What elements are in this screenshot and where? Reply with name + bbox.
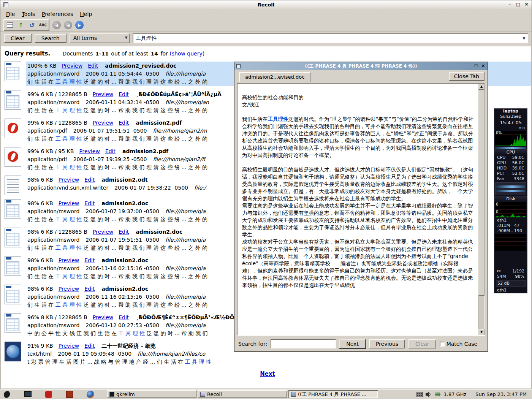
result-edit-link[interactable]: Edit bbox=[84, 200, 95, 206]
rebuild-icon[interactable]: ↺ bbox=[27, 21, 37, 30]
preview-window-title: ((工 PHRASE 4 具 PHRASE 4 理 PHRASE 4 性)) bbox=[234, 63, 488, 70]
gk-temp-value: 39.0C bbox=[512, 166, 524, 171]
show-query-link[interactable]: (show query) bbox=[169, 51, 204, 57]
scrollbar-thumb[interactable] bbox=[478, 90, 484, 296]
result-edit-link[interactable]: Edit bbox=[84, 257, 95, 263]
results-title: Query results. bbox=[5, 50, 50, 57]
taskbar-window-button[interactable]: Recoll bbox=[198, 390, 287, 398]
find-previous-button[interactable]: Previous bbox=[369, 339, 405, 348]
result-relevance-size: 98% 6 KB bbox=[27, 200, 53, 206]
result-preview-link[interactable]: Preview bbox=[93, 120, 114, 126]
title-bar[interactable]: Recoll – □ × bbox=[0, 0, 532, 9]
result-preview-link[interactable]: Preview bbox=[59, 286, 79, 292]
gk-net-label: eth1 bbox=[497, 218, 507, 223]
result-preview-link[interactable]: Preview bbox=[79, 148, 100, 154]
find-next-button[interactable]: Next bbox=[339, 339, 366, 348]
result-relevance-size: 99% 6 KB / 1228865 B bbox=[27, 120, 87, 126]
close-tab-button[interactable]: Close Tab bbox=[449, 72, 484, 81]
preview-paragraph: 需要注意的是这些毕业后在社会上能成功发展的学生并不一定是在大学里学习成绩最好的学… bbox=[242, 202, 473, 238]
result-preview-link[interactable]: Preview bbox=[59, 177, 79, 183]
preview-search-input[interactable] bbox=[271, 339, 336, 348]
result-edit-link[interactable]: Edit bbox=[88, 63, 98, 69]
media-player-icon[interactable] bbox=[44, 390, 53, 399]
snippet-text: 泛 滥 的 时 ... 帮 助 我 们 理 清 这 些 纷 ... 之 外 的 bbox=[82, 164, 207, 170]
nav-back-icon[interactable]: ◀ bbox=[64, 21, 72, 29]
result-url: file:///home/qian bbox=[165, 99, 209, 105]
gk-mem-value: 54M bbox=[497, 274, 506, 279]
menu-item-help[interactable]: Help bbox=[76, 10, 95, 18]
firefox-icon[interactable] bbox=[86, 390, 95, 399]
nav-forward-icon[interactable]: ▶ bbox=[75, 21, 84, 29]
battery-icon[interactable] bbox=[435, 392, 441, 397]
preview-maximize-icon[interactable]: □ bbox=[473, 63, 479, 69]
preview-title-bar[interactable]: ((工 PHRASE 4 具 PHRASE 4 理 PHRASE 4 性)) –… bbox=[234, 62, 488, 70]
result-preview-link[interactable]: Preview bbox=[93, 91, 114, 97]
scrollbar-track[interactable] bbox=[478, 90, 484, 329]
close-icon[interactable]: × bbox=[523, 2, 530, 8]
snippet-highlight: 工 具 理 性 bbox=[55, 245, 82, 251]
volume-icon[interactable] bbox=[426, 392, 432, 397]
result-preview-link[interactable]: Preview bbox=[62, 63, 83, 69]
preview-paragraph bbox=[242, 159, 473, 166]
term-explorer-icon[interactable]: ÂBÇ bbox=[38, 21, 48, 30]
taskbar-window-button[interactable]: ((工 PHRASE 4 具 PHRASE ... bbox=[288, 390, 378, 398]
result-edit-link[interactable]: Edit bbox=[84, 286, 95, 292]
result-date: 2006-01-11 05:54:44 -0500 bbox=[86, 71, 159, 77]
match-case-option[interactable]: Match Case bbox=[440, 341, 477, 347]
window-icon bbox=[109, 392, 114, 397]
find-clear-button[interactable]: Clear bbox=[408, 339, 436, 348]
scroll-up-icon[interactable]: ▲ bbox=[478, 84, 484, 90]
result-edit-link[interactable]: Edit bbox=[84, 343, 95, 349]
gk-mail-count: 1/192 bbox=[512, 269, 524, 274]
gk-sensor-panel bbox=[495, 182, 526, 195]
package-icon[interactable] bbox=[65, 390, 74, 399]
gk-temp-row: PCI52.0C bbox=[494, 171, 527, 176]
result-preview-link[interactable]: Preview bbox=[93, 229, 114, 235]
result-edit-link[interactable]: Edit bbox=[84, 177, 95, 183]
update-index-icon[interactable]: ↑ bbox=[16, 21, 26, 30]
gk-krell-2[interactable] bbox=[496, 190, 525, 192]
result-edit-link[interactable]: Edit bbox=[119, 120, 129, 126]
keyboard-layout-icon[interactable] bbox=[416, 392, 423, 397]
preview-text-run: 需要注意的是这些毕业后在社会上能成功发展的学生并不一定是在大学里学习成绩最好的学… bbox=[242, 203, 473, 238]
nav-first-icon[interactable]: ◀ bbox=[52, 21, 61, 29]
result-edit-link[interactable]: Edit bbox=[105, 148, 116, 154]
query-history-dropdown[interactable]: ▼ bbox=[521, 34, 527, 43]
match-case-checkbox[interactable] bbox=[440, 342, 445, 347]
preview-tab[interactable]: admission2...evised.doc bbox=[239, 72, 310, 82]
scroll-down-icon[interactable]: ▼ bbox=[478, 329, 484, 335]
result-mime-type: application/vnd.sun.xml.writer bbox=[27, 185, 108, 191]
search-mode-select[interactable]: All terms ▼ bbox=[70, 33, 130, 43]
result-title: admission2.pdf bbox=[136, 120, 182, 126]
docs-total: 14 bbox=[151, 51, 158, 57]
result-preview-link[interactable]: Preview bbox=[93, 314, 114, 320]
clear-button[interactable]: Clear bbox=[4, 34, 32, 43]
result-preview-link[interactable]: Preview bbox=[59, 343, 79, 349]
doc-history-icon[interactable] bbox=[5, 21, 15, 30]
disk-graph-icon bbox=[495, 202, 526, 217]
menu-item-preferences[interactable]: Preferences bbox=[38, 10, 76, 18]
minimize-icon[interactable]: – bbox=[507, 2, 513, 8]
menu-item-tools[interactable]: Tools bbox=[18, 10, 38, 18]
gk-krell-1[interactable] bbox=[496, 185, 525, 188]
screen-icon[interactable] bbox=[23, 390, 32, 399]
result-preview-link[interactable]: Preview bbox=[59, 257, 79, 263]
result-edit-link[interactable]: Edit bbox=[119, 91, 129, 97]
result-edit-link[interactable]: Edit bbox=[119, 314, 129, 320]
snippet-highlight: 工 具 理 性 bbox=[119, 330, 145, 336]
search-input[interactable] bbox=[133, 35, 521, 41]
next-page-link[interactable]: Next bbox=[260, 370, 275, 377]
result-edit-link[interactable]: Edit bbox=[119, 229, 129, 235]
result-preview-link[interactable]: Preview bbox=[59, 200, 79, 206]
preview-close-icon[interactable]: × bbox=[480, 63, 486, 69]
snippet-text: 泛 滥 的 时 ... 帮 助 我 们 理 清 这 些 纷 ... 之 外 的 bbox=[82, 136, 207, 142]
footprint-icon[interactable] bbox=[2, 390, 11, 399]
maximize-icon[interactable]: □ bbox=[515, 2, 521, 8]
preview-text-run: 泛滥的时代。作为“世之显学”的诸种以“事实”与“价值”的二分为荣的自然科学和社会… bbox=[242, 116, 473, 158]
menu-item-file[interactable]: File bbox=[3, 10, 18, 18]
preview-minimize-icon[interactable]: – bbox=[466, 63, 472, 69]
taskbar-window-button[interactable]: gkrellm bbox=[107, 390, 196, 398]
search-button[interactable]: Search bbox=[35, 34, 66, 43]
gk-bottom-label: eth1 bbox=[494, 287, 527, 293]
gk-cpu-krell[interactable] bbox=[495, 147, 526, 149]
